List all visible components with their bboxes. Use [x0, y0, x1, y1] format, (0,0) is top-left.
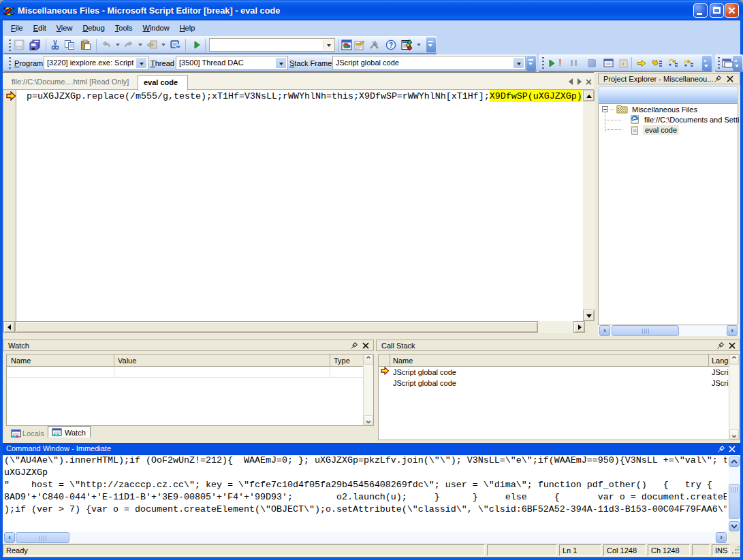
- svg-text:?: ?: [389, 42, 393, 49]
